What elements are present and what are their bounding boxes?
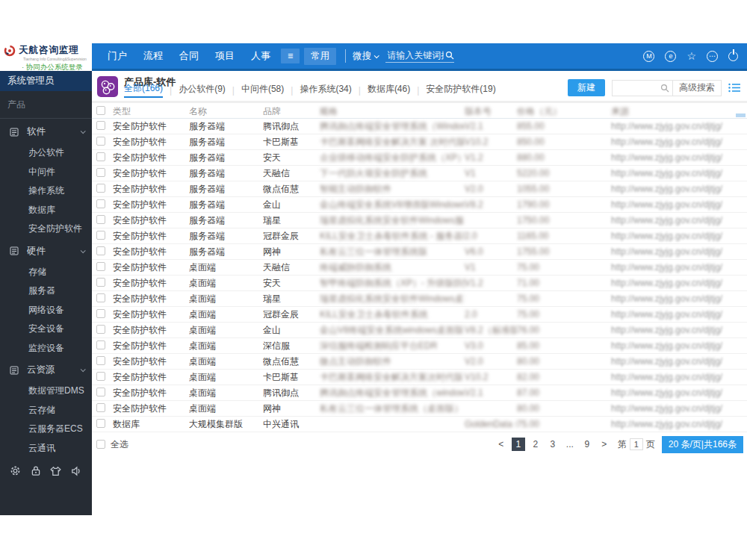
nav-item-1[interactable]: 门户: [108, 49, 127, 63]
settings-gear-icon[interactable]: [10, 465, 21, 476]
tab-2[interactable]: 办公软件(9): [179, 83, 226, 97]
page-button-9[interactable]: 9: [580, 438, 594, 451]
cell-source: http://www.zjyjg.gov.cn/djtjg/: [611, 246, 743, 257]
sidebar-item-2-2[interactable]: 服务器: [0, 281, 92, 301]
row-checkbox[interactable]: [96, 309, 105, 318]
sidebar-item-2-4[interactable]: 安全设备: [0, 320, 92, 339]
tab-3[interactable]: 中间件(58): [241, 83, 284, 97]
row-checkbox[interactable]: [96, 262, 105, 271]
sidebar-item-1-4[interactable]: 数据库: [0, 201, 92, 220]
global-search-input[interactable]: [385, 49, 445, 61]
select-all-checkbox[interactable]: [96, 440, 105, 449]
row-checkbox[interactable]: [96, 246, 105, 255]
row-checkbox[interactable]: [96, 278, 105, 287]
sidebar-item-2-3[interactable]: 网络设备: [0, 301, 92, 320]
power-icon[interactable]: [728, 52, 738, 61]
row-checkbox[interactable]: [96, 231, 105, 240]
page-button-1[interactable]: 1: [512, 438, 525, 451]
cell-source: http://www.zjyjg.gov.cn/djtjg/: [611, 278, 743, 288]
cell-type: 安全防护软件: [113, 183, 189, 196]
row-checkbox[interactable]: [96, 215, 105, 224]
nav-item-5[interactable]: 人事: [251, 49, 270, 63]
next-page-button[interactable]: >: [598, 438, 611, 451]
sidebar-item-1-5[interactable]: 安全防护软件: [0, 220, 92, 239]
sidebar-group-1[interactable]: 软件: [0, 122, 92, 142]
table-row: 安全防护软件服务器端金山金山终端安全系统V8增强版Windows服务器版V8.2…: [92, 197, 747, 213]
tab-4[interactable]: 操作系统(34): [300, 83, 351, 97]
cell-source: http://www.zjyjg.gov.cn/djtjg/: [611, 372, 743, 382]
hamburger-menu-icon[interactable]: ≡: [281, 49, 300, 63]
sidebar-group-label: 硬件: [27, 245, 46, 258]
nav-item-2[interactable]: 流程: [143, 49, 163, 63]
row-checkbox[interactable]: [96, 403, 105, 412]
table-search-input[interactable]: [613, 83, 657, 93]
page-button-3[interactable]: 3: [546, 438, 560, 451]
search-scope-dropdown[interactable]: 微搜: [353, 50, 378, 63]
cell-version: 2.0: [465, 309, 517, 320]
sidebar-group-3[interactable]: 云资源: [0, 360, 92, 380]
cell-version: V10.2: [465, 137, 517, 147]
row-checkbox[interactable]: [96, 168, 105, 177]
cell-name: 桌面端: [189, 308, 263, 321]
cell-price: 1790.00: [517, 199, 611, 210]
search-icon[interactable]: [445, 51, 454, 60]
nav-item-4[interactable]: 项目: [215, 49, 235, 63]
sidebar-item-1-3[interactable]: 操作系统: [0, 181, 92, 201]
cell-name: 桌面端: [189, 340, 263, 352]
prev-page-button[interactable]: <: [495, 438, 508, 451]
row-checkbox[interactable]: [96, 137, 105, 146]
table-row: 安全防护软件服务器端安天企业级移动终端安全防护系统（XP）- 升级版防护V1.2…: [92, 150, 747, 166]
row-checkbox[interactable]: [96, 293, 105, 302]
scrollbar-thumb[interactable]: [736, 113, 746, 117]
cell-type: 安全防护软件: [113, 277, 189, 290]
list-view-icon[interactable]: [728, 83, 741, 93]
tab-6[interactable]: 安全防护软件(19): [426, 83, 495, 97]
row-checkbox-cell: [96, 403, 113, 414]
page-size-total-info[interactable]: 20 条/页|共166条: [662, 436, 743, 453]
cell-version: V10.2: [465, 372, 517, 382]
row-checkbox[interactable]: [96, 121, 105, 130]
row-checkbox[interactable]: [96, 419, 105, 428]
m-badge-icon[interactable]: M: [643, 51, 654, 62]
row-checkbox[interactable]: [96, 184, 105, 193]
speaker-icon[interactable]: [71, 466, 82, 476]
tab-5[interactable]: 数据库(46): [368, 83, 410, 97]
sidebar-item-1-2[interactable]: 中间件: [0, 163, 92, 182]
logo-area: 天航咨询监理 Tianhang Info Consulting&Supervis…: [0, 43, 92, 71]
cell-brand: 网神: [263, 246, 320, 258]
page-button-2[interactable]: 2: [529, 438, 542, 451]
row-checkbox[interactable]: [96, 152, 105, 161]
message-icon[interactable]: e: [665, 51, 676, 62]
row-checkbox[interactable]: [96, 340, 105, 349]
sidebar-item-1-1[interactable]: 办公软件: [0, 143, 92, 163]
sidebar-item-3-1[interactable]: 数据管理DMS: [0, 382, 92, 401]
sidebar-group-2[interactable]: 硬件: [0, 241, 92, 261]
row-checkbox[interactable]: [96, 199, 105, 208]
table-row: 安全防护软件桌面端金山金山V8终端安全系统windows桌面版V8.2（标准版）…: [92, 323, 747, 338]
row-checkbox[interactable]: [96, 356, 105, 365]
theme-shirt-icon[interactable]: [50, 466, 61, 476]
cell-source: http://www.zjyjg.gov.cn/djtjg/: [611, 137, 743, 147]
page-jump-input[interactable]: 1: [630, 438, 643, 450]
nav-item-3[interactable]: 合同: [179, 49, 199, 63]
cell-brand: 腾讯御点: [263, 120, 320, 133]
lock-icon[interactable]: [31, 465, 41, 476]
sidebar-item-2-5[interactable]: 监控设备: [0, 339, 92, 358]
more-icon[interactable]: ⋯: [707, 51, 718, 62]
row-checkbox[interactable]: [96, 372, 105, 381]
sidebar-item-2-1[interactable]: 存储: [0, 263, 92, 282]
sidebar-item-3-4[interactable]: 云通讯: [0, 439, 92, 458]
nav-item-frequently-used[interactable]: 常用: [304, 48, 336, 65]
new-button[interactable]: 新建: [568, 79, 605, 96]
header-checkbox[interactable]: [96, 106, 105, 115]
tab-1[interactable]: 全部(166): [124, 82, 163, 98]
row-checkbox[interactable]: [96, 388, 105, 396]
cell-price: 1055.00: [517, 184, 611, 194]
table-search-icon[interactable]: [657, 84, 672, 93]
sidebar-item-3-2[interactable]: 云存储: [0, 401, 92, 420]
row-checkbox-cell: [96, 121, 113, 132]
row-checkbox[interactable]: [96, 325, 105, 334]
favorite-star-icon[interactable]: ☆: [686, 51, 696, 61]
advanced-search-button[interactable]: 高级搜索: [672, 81, 721, 96]
sidebar-item-3-3[interactable]: 云服务器ECS: [0, 420, 92, 439]
